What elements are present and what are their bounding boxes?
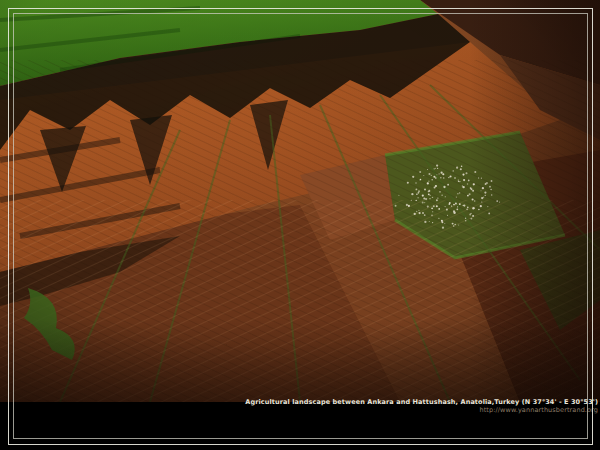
photo-caption: Agricultural landscape between Ankara an… [245, 399, 598, 414]
photo-credit-url: http://www.yannarthusbertrand.org [245, 407, 598, 414]
caption-text: Agricultural landscape between Ankara an… [245, 399, 598, 406]
wallpaper: Agricultural landscape between Ankara an… [0, 0, 600, 450]
landscape-scene [0, 0, 600, 402]
aerial-photo [0, 0, 600, 402]
bottom-edge-shade [0, 320, 600, 402]
